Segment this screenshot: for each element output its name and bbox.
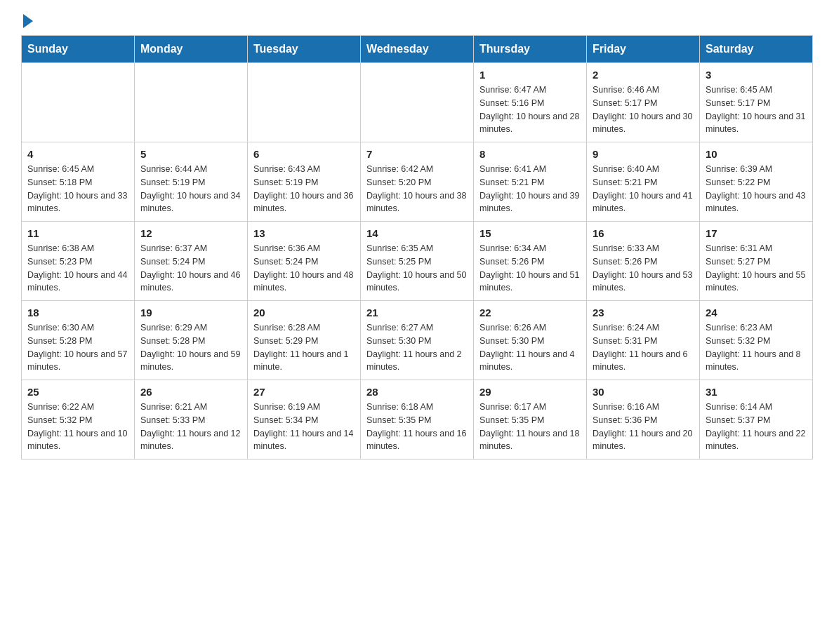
calendar-cell: 21Sunrise: 6:27 AM Sunset: 5:30 PM Dayli… <box>361 301 474 380</box>
day-info: Sunrise: 6:42 AM Sunset: 5:20 PM Dayligh… <box>366 163 468 215</box>
calendar-week-row: 4Sunrise: 6:45 AM Sunset: 5:18 PM Daylig… <box>22 142 813 222</box>
day-info: Sunrise: 6:34 AM Sunset: 5:26 PM Dayligh… <box>479 242 581 295</box>
day-info: Sunrise: 6:33 AM Sunset: 5:26 PM Dayligh… <box>593 242 694 295</box>
calendar-week-row: 1Sunrise: 6:47 AM Sunset: 5:16 PM Daylig… <box>22 63 813 142</box>
day-number: 1 <box>479 69 581 81</box>
day-number: 7 <box>366 148 468 160</box>
logo <box>21 14 33 28</box>
calendar-cell: 12Sunrise: 6:37 AM Sunset: 5:24 PM Dayli… <box>135 222 248 301</box>
calendar-table: Sunday Monday Tuesday Wednesday Thursday… <box>21 35 813 459</box>
calendar-cell: 2Sunrise: 6:46 AM Sunset: 5:17 PM Daylig… <box>587 63 700 142</box>
calendar-cell: 1Sunrise: 6:47 AM Sunset: 5:16 PM Daylig… <box>474 63 587 142</box>
header-saturday: Saturday <box>700 36 813 63</box>
calendar-cell: 7Sunrise: 6:42 AM Sunset: 5:20 PM Daylig… <box>361 142 474 222</box>
day-info: Sunrise: 6:40 AM Sunset: 5:21 PM Dayligh… <box>593 163 694 215</box>
day-info: Sunrise: 6:18 AM Sunset: 5:35 PM Dayligh… <box>366 401 468 453</box>
calendar-cell: 20Sunrise: 6:28 AM Sunset: 5:29 PM Dayli… <box>248 301 361 380</box>
day-number: 21 <box>366 307 468 318</box>
header-tuesday: Tuesday <box>248 36 361 63</box>
calendar-cell: 14Sunrise: 6:35 AM Sunset: 5:25 PM Dayli… <box>361 222 474 301</box>
day-info: Sunrise: 6:16 AM Sunset: 5:36 PM Dayligh… <box>593 401 694 453</box>
day-number: 8 <box>479 148 581 160</box>
day-number: 12 <box>140 227 241 239</box>
calendar-cell: 27Sunrise: 6:19 AM Sunset: 5:34 PM Dayli… <box>248 380 361 459</box>
day-number: 5 <box>140 148 241 160</box>
header-row: Sunday Monday Tuesday Wednesday Thursday… <box>22 36 813 63</box>
calendar-cell <box>361 63 474 142</box>
calendar-cell: 8Sunrise: 6:41 AM Sunset: 5:21 PM Daylig… <box>474 142 587 222</box>
calendar-cell: 10Sunrise: 6:39 AM Sunset: 5:22 PM Dayli… <box>700 142 813 222</box>
day-number: 9 <box>593 148 694 160</box>
calendar-cell: 22Sunrise: 6:26 AM Sunset: 5:30 PM Dayli… <box>474 301 587 380</box>
calendar-cell: 23Sunrise: 6:24 AM Sunset: 5:31 PM Dayli… <box>587 301 700 380</box>
calendar-body: 1Sunrise: 6:47 AM Sunset: 5:16 PM Daylig… <box>22 63 813 459</box>
calendar-cell: 15Sunrise: 6:34 AM Sunset: 5:26 PM Dayli… <box>474 222 587 301</box>
day-info: Sunrise: 6:19 AM Sunset: 5:34 PM Dayligh… <box>253 401 355 453</box>
calendar-week-row: 25Sunrise: 6:22 AM Sunset: 5:32 PM Dayli… <box>22 380 813 459</box>
day-info: Sunrise: 6:26 AM Sunset: 5:30 PM Dayligh… <box>479 321 581 374</box>
day-number: 17 <box>706 227 807 239</box>
header-monday: Monday <box>135 36 248 63</box>
day-number: 18 <box>27 307 128 318</box>
day-info: Sunrise: 6:37 AM Sunset: 5:24 PM Dayligh… <box>140 242 241 295</box>
day-number: 22 <box>479 307 581 318</box>
calendar-cell: 13Sunrise: 6:36 AM Sunset: 5:24 PM Dayli… <box>248 222 361 301</box>
day-info: Sunrise: 6:36 AM Sunset: 5:24 PM Dayligh… <box>253 242 355 295</box>
calendar-cell: 31Sunrise: 6:14 AM Sunset: 5:37 PM Dayli… <box>700 380 813 459</box>
day-info: Sunrise: 6:45 AM Sunset: 5:18 PM Dayligh… <box>27 163 128 215</box>
calendar-cell: 16Sunrise: 6:33 AM Sunset: 5:26 PM Dayli… <box>587 222 700 301</box>
day-info: Sunrise: 6:44 AM Sunset: 5:19 PM Dayligh… <box>140 163 241 215</box>
day-info: Sunrise: 6:41 AM Sunset: 5:21 PM Dayligh… <box>479 163 581 215</box>
calendar-cell <box>248 63 361 142</box>
calendar-cell <box>135 63 248 142</box>
day-info: Sunrise: 6:23 AM Sunset: 5:32 PM Dayligh… <box>706 321 807 374</box>
day-number: 29 <box>479 386 581 398</box>
day-info: Sunrise: 6:38 AM Sunset: 5:23 PM Dayligh… <box>27 242 128 295</box>
day-info: Sunrise: 6:17 AM Sunset: 5:35 PM Dayligh… <box>479 401 581 453</box>
day-number: 30 <box>593 386 694 398</box>
day-number: 14 <box>366 227 468 239</box>
calendar-cell: 26Sunrise: 6:21 AM Sunset: 5:33 PM Dayli… <box>135 380 248 459</box>
day-info: Sunrise: 6:27 AM Sunset: 5:30 PM Dayligh… <box>366 321 468 374</box>
day-info: Sunrise: 6:21 AM Sunset: 5:33 PM Dayligh… <box>140 401 241 453</box>
day-info: Sunrise: 6:43 AM Sunset: 5:19 PM Dayligh… <box>253 163 355 215</box>
calendar-cell: 4Sunrise: 6:45 AM Sunset: 5:18 PM Daylig… <box>22 142 135 222</box>
day-info: Sunrise: 6:14 AM Sunset: 5:37 PM Dayligh… <box>706 401 807 453</box>
calendar-cell: 18Sunrise: 6:30 AM Sunset: 5:28 PM Dayli… <box>22 301 135 380</box>
calendar-cell: 17Sunrise: 6:31 AM Sunset: 5:27 PM Dayli… <box>700 222 813 301</box>
day-number: 20 <box>253 307 355 318</box>
calendar-cell: 9Sunrise: 6:40 AM Sunset: 5:21 PM Daylig… <box>587 142 700 222</box>
day-info: Sunrise: 6:35 AM Sunset: 5:25 PM Dayligh… <box>366 242 468 295</box>
day-number: 2 <box>593 69 694 81</box>
day-number: 3 <box>706 69 807 81</box>
day-number: 13 <box>253 227 355 239</box>
calendar-cell: 24Sunrise: 6:23 AM Sunset: 5:32 PM Dayli… <box>700 301 813 380</box>
calendar-cell: 19Sunrise: 6:29 AM Sunset: 5:28 PM Dayli… <box>135 301 248 380</box>
day-number: 28 <box>366 386 468 398</box>
calendar-cell: 6Sunrise: 6:43 AM Sunset: 5:19 PM Daylig… <box>248 142 361 222</box>
header-sunday: Sunday <box>22 36 135 63</box>
header-friday: Friday <box>587 36 700 63</box>
day-number: 23 <box>593 307 694 318</box>
day-info: Sunrise: 6:24 AM Sunset: 5:31 PM Dayligh… <box>593 321 694 374</box>
calendar-cell: 30Sunrise: 6:16 AM Sunset: 5:36 PM Dayli… <box>587 380 700 459</box>
day-number: 24 <box>706 307 807 318</box>
day-number: 26 <box>140 386 241 398</box>
day-info: Sunrise: 6:30 AM Sunset: 5:28 PM Dayligh… <box>27 321 128 374</box>
day-number: 31 <box>706 386 807 398</box>
day-number: 15 <box>479 227 581 239</box>
day-info: Sunrise: 6:29 AM Sunset: 5:28 PM Dayligh… <box>140 321 241 374</box>
day-info: Sunrise: 6:31 AM Sunset: 5:27 PM Dayligh… <box>706 242 807 295</box>
day-info: Sunrise: 6:22 AM Sunset: 5:32 PM Dayligh… <box>27 401 128 453</box>
logo-blue-line <box>21 14 33 28</box>
calendar-cell: 5Sunrise: 6:44 AM Sunset: 5:19 PM Daylig… <box>135 142 248 222</box>
page-header <box>21 14 813 28</box>
calendar-cell: 25Sunrise: 6:22 AM Sunset: 5:32 PM Dayli… <box>22 380 135 459</box>
day-info: Sunrise: 6:28 AM Sunset: 5:29 PM Dayligh… <box>253 321 355 374</box>
day-number: 6 <box>253 148 355 160</box>
calendar-week-row: 18Sunrise: 6:30 AM Sunset: 5:28 PM Dayli… <box>22 301 813 380</box>
day-info: Sunrise: 6:39 AM Sunset: 5:22 PM Dayligh… <box>706 163 807 215</box>
day-info: Sunrise: 6:45 AM Sunset: 5:17 PM Dayligh… <box>706 83 807 136</box>
day-number: 25 <box>27 386 128 398</box>
day-number: 19 <box>140 307 241 318</box>
